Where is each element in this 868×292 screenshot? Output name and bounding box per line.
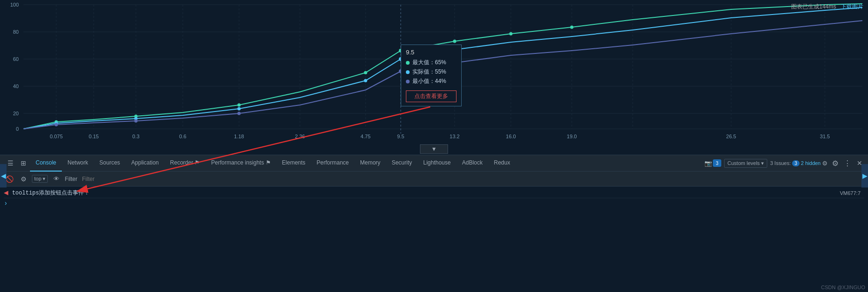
tooltip-min-label: 最小值：44% [412,77,446,85]
tooltip-dot-min [406,80,410,83]
chart-download-link[interactable]: 下载图片 [841,3,863,11]
tab-security[interactable]: Security [386,155,418,172]
right-toggle-icon: ▶ [862,172,868,180]
svg-point-53 [364,79,367,82]
svg-text:26.5: 26.5 [726,134,736,139]
svg-text:60: 60 [13,56,19,62]
error-indicator-icon: ◀ [4,188,8,198]
devtools-tab-bar: ☰ ⊞ Console Network Sources Application … [0,155,868,172]
svg-text:13.2: 13.2 [449,134,459,139]
svg-text:1.18: 1.18 [234,134,244,139]
svg-point-55 [135,120,138,123]
svg-point-49 [570,26,574,29]
svg-text:9.5: 9.5 [397,134,404,139]
svg-text:19.0: 19.0 [567,134,576,139]
console-expand-row: › [4,198,864,208]
tab-redux[interactable]: Redux [488,155,516,172]
console-file-reference[interactable]: VM677:7 [840,190,864,196]
tab-sources[interactable]: Sources [94,155,126,172]
chart-generation-time: 图表已生成144ms [791,3,836,11]
svg-text:4.75: 4.75 [360,134,370,139]
csdn-watermark: CSDN @XJINGUO [821,285,865,290]
console-settings-button[interactable]: ⚙ [18,173,29,185]
chart-area: 图表已生成144ms 下载图片 100 80 60 40 20 0 [0,0,868,155]
tab-application[interactable]: Application [126,155,165,172]
devtools-grid-icon[interactable]: ⊞ [17,157,30,170]
left-toggle-icon: ◀ [1,172,6,180]
svg-point-47 [453,40,456,43]
collapse-arrow-icon: ▼ [431,146,437,152]
svg-text:100: 100 [10,2,19,7]
console-message-line: ◀ tooltips添加按钮点击事件！ [4,188,90,198]
tab-recorder[interactable]: Recorder ⚑ [165,155,206,172]
tooltip-dot-max [406,61,410,65]
svg-point-56 [238,112,241,115]
tab-network[interactable]: Network [62,155,94,172]
console-log-text: tooltips添加按钮点击事件！ [12,188,90,198]
tooltip-actual-label: 实际值：55% [412,68,446,76]
custom-levels-button[interactable]: Custom levels ▾ [724,159,767,168]
svg-text:0.075: 0.075 [50,134,63,139]
tooltip-title: 9.5 [406,49,456,56]
filter-label: Filter [65,176,77,182]
svg-text:2.36: 2.36 [295,134,305,139]
more-options-icon[interactable]: ⋮ [843,158,852,168]
console-line-row: ◀ tooltips添加按钮点击事件！ VM677:7 [4,188,864,198]
tab-memory[interactable]: Memory [354,155,386,172]
svg-text:0.15: 0.15 [89,134,98,139]
tab-adblock[interactable]: AdBlock [456,155,488,172]
tab-performance-insights[interactable]: Performance insights ⚑ [205,155,276,172]
right-panel-toggle[interactable]: ▶ [861,164,868,187]
svg-text:0.3: 0.3 [132,134,139,139]
tooltip-item-actual: 实际值：55% [406,68,456,76]
clear-icon: 🚫 [6,175,14,183]
eye-icon: 👁 [53,175,60,182]
chart-collapse-button[interactable]: ▼ [420,144,448,154]
expand-arrow-icon[interactable]: › [5,199,7,207]
tooltip-max-label: 最大值：65% [412,59,446,67]
svg-point-54 [55,123,58,127]
tab-performance[interactable]: Performance [311,155,355,172]
chart-tooltip: 9.5 最大值：65% 实际值：55% 最小值：44% 点击查看更多 [401,45,462,106]
svg-text:80: 80 [13,29,19,35]
tab-lighthouse[interactable]: Lighthouse [418,155,456,172]
tab-console[interactable]: Console [30,155,62,172]
settings-gear-icon[interactable]: ⚙ [831,158,840,168]
svg-text:0: 0 [16,126,19,132]
console-filter-bar: 🚫 ⚙ top ▾ 👁 Filter [0,172,868,187]
badge-3: 3 [713,159,721,167]
svg-text:40: 40 [13,83,19,89]
tooltip-dot-actual [406,70,410,74]
svg-point-46 [364,71,367,75]
svg-text:0.6: 0.6 [179,134,186,139]
camera-icon: 📷 [704,160,712,167]
issues-gear-icon: ⚙ [822,160,828,167]
svg-text:20: 20 [13,111,19,116]
svg-point-52 [238,107,241,111]
console-output-area: ◀ tooltips添加按钮点击事件！ VM677:7 › [0,187,868,210]
tooltip-item-min: 最小值：44% [406,77,456,85]
svg-point-48 [509,32,513,36]
hidden-link[interactable]: 2 hidden [801,160,821,166]
eye-icon-button[interactable]: 👁 [51,173,62,185]
svg-text:16.0: 16.0 [506,134,516,139]
issues-label: 3 Issues: [770,160,791,166]
devtools-right-controls: 📷 3 Custom levels ▾ 3 Issues: 3 2 hidden… [704,158,864,168]
tab-elements[interactable]: Elements [277,155,311,172]
context-selector[interactable]: top ▾ [32,175,48,183]
svg-text:31.5: 31.5 [820,134,830,139]
tooltip-item-max: 最大值：65% [406,59,456,67]
issues-badge-area: 3 Issues: 3 2 hidden ⚙ [770,160,828,167]
filter-input[interactable] [80,175,864,183]
issues-count-badge: 3 [792,160,800,166]
svg-point-45 [238,104,241,107]
left-panel-toggle[interactable]: ◀ [0,164,7,187]
settings-small-icon: ⚙ [21,175,27,183]
tooltip-more-button[interactable]: 点击查看更多 [406,90,456,102]
chart-top-bar: 图表已生成144ms 下载图片 [791,3,863,11]
